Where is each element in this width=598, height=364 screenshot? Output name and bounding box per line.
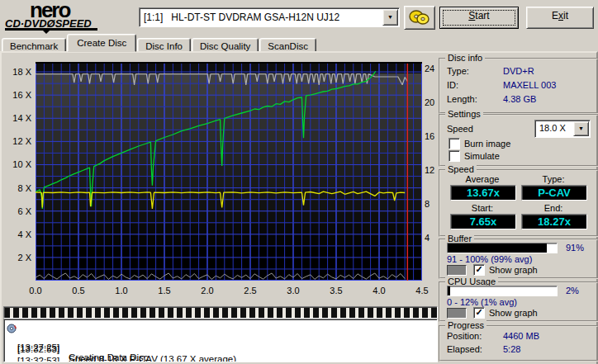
speed-setting-dropdown-button[interactable]: ▼ xyxy=(573,121,589,136)
speed-chart-canvas xyxy=(36,62,422,281)
x-axis-tick-1.5: 1.5 xyxy=(150,286,178,295)
burn-image-label: Burn image xyxy=(464,139,510,149)
left-axis-tick-14: 14 X xyxy=(3,113,31,123)
disc-id-label: ID: xyxy=(447,80,458,90)
buffer-bar xyxy=(447,243,558,253)
cpu-legend-swatch xyxy=(447,308,467,319)
disc-info-group: Disc info Type: DVD+R ID: MAXELL 003 Len… xyxy=(439,58,598,114)
log-time: [13:32:53] xyxy=(17,356,59,362)
status-log: [13:27:25] Creating Data Disc [13:32:53]… xyxy=(3,319,438,362)
cpu-bar-fill xyxy=(448,286,450,295)
log-line: [13:32:53] Speed:8-18 X P-CAV (13.67 X a… xyxy=(4,334,437,346)
speed-chart xyxy=(36,62,422,281)
x-axis-tick-1.0: 1.0 xyxy=(107,286,135,295)
tab-create-disc[interactable]: Create Disc xyxy=(67,34,136,52)
buffer-range-text: 91 - 100% (99% avg) xyxy=(447,254,532,264)
exit-button[interactable]: Exit xyxy=(526,7,594,29)
disc-id-value: MAXELL 003 xyxy=(503,80,556,90)
elapsed-value: 5:28 xyxy=(503,344,520,354)
log-line: [13:27:25] Creating Data Disc xyxy=(4,323,437,334)
logo-triangle xyxy=(43,31,50,34)
left-axis-tick-12: 12 X xyxy=(3,136,31,146)
speed-setting-select[interactable]: 18.0 X ▼ xyxy=(534,120,591,138)
disc-type-value: DVD+R xyxy=(503,66,534,76)
info-disc-icon xyxy=(7,324,17,333)
drive-selector-dropdown-button[interactable]: ▼ xyxy=(382,9,398,26)
position-value: 4460 MB xyxy=(503,331,539,341)
cpu-show-graph-label: Show graph xyxy=(489,308,538,318)
x-axis-tick-2.5: 2.5 xyxy=(236,286,264,295)
left-axis-tick-10: 10 X xyxy=(3,159,31,169)
cpu-bar xyxy=(447,286,558,296)
progress-group: Progress Position: 4460 MB Elapsed: 5:28 xyxy=(439,325,598,362)
progress-title: Progress xyxy=(445,320,486,330)
nero-logo: nero CD·DVDØSPEED xyxy=(5,1,137,32)
speed-setting-value: 18.0 X xyxy=(539,123,566,133)
x-axis-tick-3.5: 3.5 xyxy=(322,286,350,295)
simulate-checkbox[interactable] xyxy=(448,150,460,162)
left-axis-tick-2: 2 X xyxy=(3,253,31,262)
log-line: [13:32:53] Elapsed Time: 5:28 xyxy=(4,346,437,357)
end-speed-label: End: xyxy=(520,203,587,213)
position-label: Position: xyxy=(447,331,482,341)
x-axis-tick-4.0: 4.0 xyxy=(365,286,393,295)
buffer-group: Buffer 91% 91 - 100% (99% avg) ✓ Show gr… xyxy=(439,239,598,279)
settings-group: Settings Speed 18.0 X ▼ Burn image Simul… xyxy=(439,114,598,167)
buffer-show-graph-label: Show graph xyxy=(489,265,538,275)
disc-length-value: 4.38 GB xyxy=(503,94,536,104)
start-speed-display: 7.65x xyxy=(450,214,516,229)
buffer-show-graph-checkbox[interactable]: ✓ xyxy=(473,264,485,276)
speed-setting-label: Speed xyxy=(447,124,473,134)
cpu-percent: 2% xyxy=(566,286,579,295)
cpu-usage-group: CPU Usage 2% 0 - 12% (1% avg) ✓ Show gra… xyxy=(439,281,598,322)
simulate-label: Simulate xyxy=(464,151,500,161)
disc-tool-button[interactable] xyxy=(404,6,435,30)
left-axis-tick-16: 16 X xyxy=(3,90,31,100)
nero-logo-text: nero xyxy=(30,1,137,19)
cd-dvd-speed-logo-text: CD·DVDØSPEED xyxy=(5,19,137,28)
cpu-range-text: 0 - 12% (1% avg) xyxy=(447,297,517,307)
average-speed-display: 13.67x xyxy=(450,185,516,201)
elapsed-label: Elapsed: xyxy=(447,344,482,354)
cpu-show-graph-checkbox[interactable]: ✓ xyxy=(473,307,485,319)
speed-group: Speed Average Type: 13.67x P-CAV Start: … xyxy=(439,169,598,237)
x-axis-tick-4.5: 4.5 xyxy=(408,286,436,295)
nero-cd-dvd-speed-window: nero CD·DVDØSPEED [1:1] HL-DT-ST DVDRAM … xyxy=(0,0,598,364)
start-button[interactable]: Start xyxy=(439,7,519,29)
disc-type-label: Type: xyxy=(447,66,469,76)
left-axis-tick-8: 8 X xyxy=(3,183,31,193)
buffer-percent: 91% xyxy=(566,243,584,253)
x-axis-tick-0.0: 0.0 xyxy=(21,286,50,295)
drive-selector-value: [1:1] HL-DT-ST DVDRAM GSA-H12N UJ12 xyxy=(144,12,339,23)
left-axis-tick-4: 4 X xyxy=(3,229,31,239)
left-axis-tick-6: 6 X xyxy=(3,206,31,216)
speed-type-display: P-CAV xyxy=(521,185,587,201)
x-axis-tick-0.5: 0.5 xyxy=(64,286,93,295)
tab-strip: BenchmarkCreate DiscDisc InfoDisc Qualit… xyxy=(2,35,598,52)
x-axis-tick-2.0: 2.0 xyxy=(193,286,221,295)
speed-title: Speed xyxy=(445,164,477,174)
logo-underline xyxy=(5,28,97,31)
settings-title: Settings xyxy=(445,109,483,119)
write-progress-marquee xyxy=(3,306,438,319)
yellow-discs-icon xyxy=(405,7,433,27)
x-axis-tick-3.0: 3.0 xyxy=(279,286,307,295)
start-button-focus-rect xyxy=(443,10,515,26)
disc-length-label: Length: xyxy=(447,94,477,104)
buffer-legend-swatch xyxy=(447,265,467,276)
start-speed-label: Start: xyxy=(448,203,516,213)
buffer-bar-fill xyxy=(448,243,547,253)
left-axis-tick-18: 18 X xyxy=(3,67,31,77)
end-speed-display: 18.27x xyxy=(521,214,587,229)
disc-info-title: Disc info xyxy=(445,53,485,63)
drive-selector[interactable]: [1:1] HL-DT-ST DVDRAM GSA-H12N UJ12 ▼ xyxy=(139,7,400,27)
exit-button-label: Exit xyxy=(552,10,568,21)
speed-type-label: Type: xyxy=(520,174,587,184)
average-speed-label: Average xyxy=(448,174,516,184)
burn-image-checkbox[interactable] xyxy=(448,138,460,149)
